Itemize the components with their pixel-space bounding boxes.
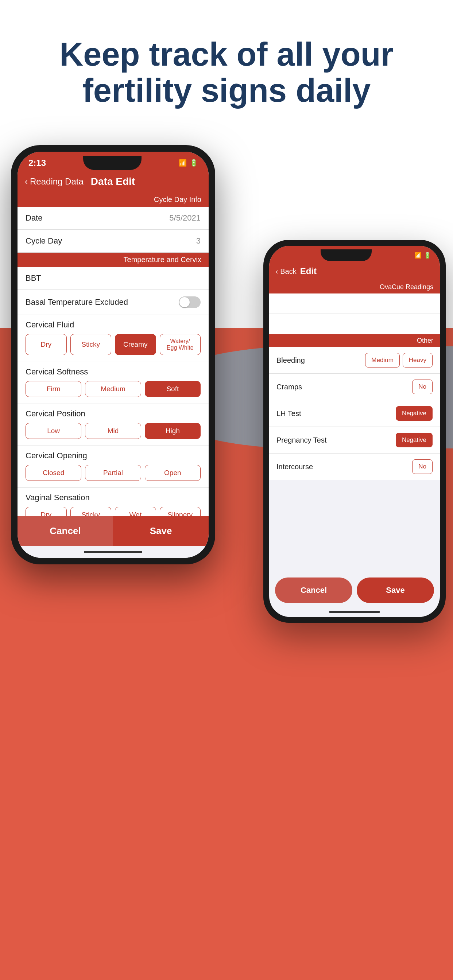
vaginal-sensation-sticky[interactable]: Sticky bbox=[70, 507, 112, 516]
front-back-label: Reading Data bbox=[30, 177, 83, 187]
phones-area: 2:13 📶 🔋 ‹ Reading Data Data Edit bbox=[0, 138, 453, 794]
back-lh-test-negative[interactable]: Negative bbox=[396, 406, 432, 421]
front-status-time: 2:13 bbox=[29, 158, 46, 168]
back-home-indicator bbox=[269, 607, 440, 617]
back-bleeding-medium[interactable]: Medium bbox=[365, 353, 399, 368]
back-oral-row[interactable] bbox=[269, 293, 440, 314]
back-pregnancy-test-label: Pregnancy Test bbox=[276, 436, 327, 444]
cervical-opening-options: Closed Partial Open bbox=[26, 465, 201, 481]
back-pregnancy-test-negative[interactable]: Negative bbox=[396, 433, 432, 447]
vaginal-sensation-slippery[interactable]: Slippery bbox=[160, 507, 201, 516]
cervical-opening-label: Cervical Opening bbox=[26, 451, 201, 460]
vaginal-sensation-section: Vaginal Sensation Dry Sticky Wet Slipper… bbox=[18, 488, 209, 516]
cervical-fluid-sticky[interactable]: Sticky bbox=[70, 334, 112, 355]
back-intercourse-no[interactable]: No bbox=[412, 460, 432, 474]
cervical-softness-section: Cervical Softness Firm Medium Soft bbox=[18, 362, 209, 404]
back-home-bar bbox=[329, 611, 380, 613]
back-vaginal-row[interactable] bbox=[269, 314, 440, 334]
headline: Keep track of all your fertility signs d… bbox=[30, 0, 423, 130]
vaginal-sensation-dry[interactable]: Dry bbox=[26, 507, 67, 516]
back-save-button[interactable]: Save bbox=[357, 578, 434, 603]
basal-excluded-toggle[interactable] bbox=[179, 296, 201, 308]
front-status-bar: 2:13 📶 🔋 bbox=[18, 152, 209, 170]
back-cancel-button[interactable]: Cancel bbox=[275, 578, 353, 603]
back-phone-screen: 📶 🔋 ‹ Back Edit OvaCue Readings bbox=[269, 246, 440, 617]
battery-icon: 🔋 bbox=[190, 159, 198, 167]
back-section-other: Other bbox=[269, 334, 440, 347]
back-bleeding-options: Medium Heavy bbox=[365, 353, 432, 368]
front-nav-title: Data Edit bbox=[91, 176, 135, 188]
cervical-opening-open[interactable]: Open bbox=[145, 465, 201, 481]
cervical-fluid-options: Dry Sticky Creamy Watery/Egg White bbox=[26, 334, 201, 355]
cervical-position-high[interactable]: High bbox=[145, 423, 201, 439]
date-value: 5/5/2021 bbox=[169, 213, 201, 223]
cervical-position-label: Cervical Position bbox=[26, 409, 201, 418]
front-back-button[interactable]: ‹ Reading Data bbox=[25, 177, 83, 187]
back-bottom-buttons: Cancel Save bbox=[269, 578, 440, 607]
cycle-day-row: Cycle Day 3 bbox=[18, 230, 209, 253]
section-cycle-day-info: Cycle Day Info bbox=[18, 192, 209, 207]
bbt-row[interactable]: BBT bbox=[18, 267, 209, 290]
back-status-bar: 📶 🔋 bbox=[269, 246, 440, 261]
back-status-icons: 📶 🔋 bbox=[414, 252, 431, 259]
cervical-position-section: Cervical Position Low Mid High bbox=[18, 404, 209, 446]
front-bottom-buttons: Cancel Save bbox=[18, 516, 209, 546]
back-oral-input[interactable] bbox=[367, 299, 432, 308]
back-intercourse-label: Intercourse bbox=[276, 463, 313, 471]
back-bleeding-row: Bleeding Medium Heavy bbox=[269, 347, 440, 374]
cycle-day-label: Cycle Day bbox=[26, 236, 62, 246]
front-status-icons: 📶 🔋 bbox=[179, 159, 198, 167]
wifi-icon: 📶 bbox=[179, 159, 187, 167]
cervical-opening-section: Cervical Opening Closed Partial Open bbox=[18, 446, 209, 488]
cervical-opening-partial[interactable]: Partial bbox=[85, 465, 141, 481]
back-cramps-row: Cramps No bbox=[269, 374, 440, 400]
back-spacer bbox=[269, 480, 440, 578]
cervical-position-low[interactable]: Low bbox=[26, 423, 81, 439]
basal-excluded-row: Basal Temperature Excluded bbox=[18, 290, 209, 315]
front-scroll-area[interactable]: Cycle Day Info Date 5/5/2021 Cycle Day 3… bbox=[18, 192, 209, 516]
chevron-left-icon: ‹ bbox=[25, 177, 28, 187]
back-phone: 📶 🔋 ‹ Back Edit OvaCue Readings bbox=[263, 240, 446, 623]
back-back-button[interactable]: ‹ Back bbox=[276, 267, 297, 275]
date-label: Date bbox=[26, 213, 42, 223]
cervical-softness-firm[interactable]: Firm bbox=[26, 381, 81, 397]
front-home-indicator bbox=[18, 546, 209, 558]
front-home-bar bbox=[84, 551, 142, 553]
back-wifi-icon: 📶 bbox=[414, 252, 422, 259]
back-battery-icon: 🔋 bbox=[424, 252, 431, 259]
back-bleeding-heavy[interactable]: Heavy bbox=[403, 353, 432, 368]
back-lh-test-label: LH Test bbox=[276, 409, 301, 418]
cervical-fluid-creamy[interactable]: Creamy bbox=[115, 334, 156, 355]
back-bleeding-label: Bleeding bbox=[276, 356, 305, 364]
back-cramps-label: Cramps bbox=[276, 383, 302, 391]
cervical-fluid-watery[interactable]: Watery/Egg White bbox=[160, 334, 201, 355]
back-lh-test-row: LH Test Negative bbox=[269, 400, 440, 427]
front-nav-bar: ‹ Reading Data Data Edit bbox=[18, 170, 209, 192]
section-temp-cervix: Temperature and Cervix bbox=[18, 253, 209, 267]
basal-excluded-label: Basal Temperature Excluded bbox=[26, 298, 128, 307]
back-cramps-no[interactable]: No bbox=[412, 380, 432, 394]
cycle-day-value: 3 bbox=[196, 236, 201, 246]
cervical-softness-label: Cervical Softness bbox=[26, 367, 201, 377]
bbt-input[interactable] bbox=[128, 274, 201, 283]
headline-line1: Keep track of all your bbox=[59, 36, 393, 73]
back-pregnancy-test-row: Pregnancy Test Negative bbox=[269, 427, 440, 453]
back-vaginal-input[interactable] bbox=[367, 320, 432, 328]
cervical-softness-soft[interactable]: Soft bbox=[145, 381, 201, 397]
cervical-fluid-dry[interactable]: Dry bbox=[26, 334, 67, 355]
cervical-softness-options: Firm Medium Soft bbox=[26, 381, 201, 397]
cervical-opening-closed[interactable]: Closed bbox=[26, 465, 81, 481]
cervical-position-mid[interactable]: Mid bbox=[85, 423, 141, 439]
cancel-button[interactable]: Cancel bbox=[18, 516, 113, 546]
vaginal-sensation-wet[interactable]: Wet bbox=[115, 507, 156, 516]
cervical-fluid-section: Cervical Fluid Dry Sticky Creamy Watery/… bbox=[18, 315, 209, 362]
back-nav-title: Edit bbox=[300, 266, 317, 276]
back-intercourse-row: Intercourse No bbox=[269, 453, 440, 480]
save-button[interactable]: Save bbox=[113, 516, 209, 546]
cervical-fluid-label: Cervical Fluid bbox=[26, 320, 201, 329]
vaginal-sensation-options: Dry Sticky Wet Slippery bbox=[26, 507, 201, 516]
back-section-ovacue: OvaCue Readings bbox=[269, 281, 440, 293]
cervical-softness-medium[interactable]: Medium bbox=[85, 381, 141, 397]
date-row: Date 5/5/2021 bbox=[18, 207, 209, 230]
vaginal-sensation-label: Vaginal Sensation bbox=[26, 493, 201, 503]
